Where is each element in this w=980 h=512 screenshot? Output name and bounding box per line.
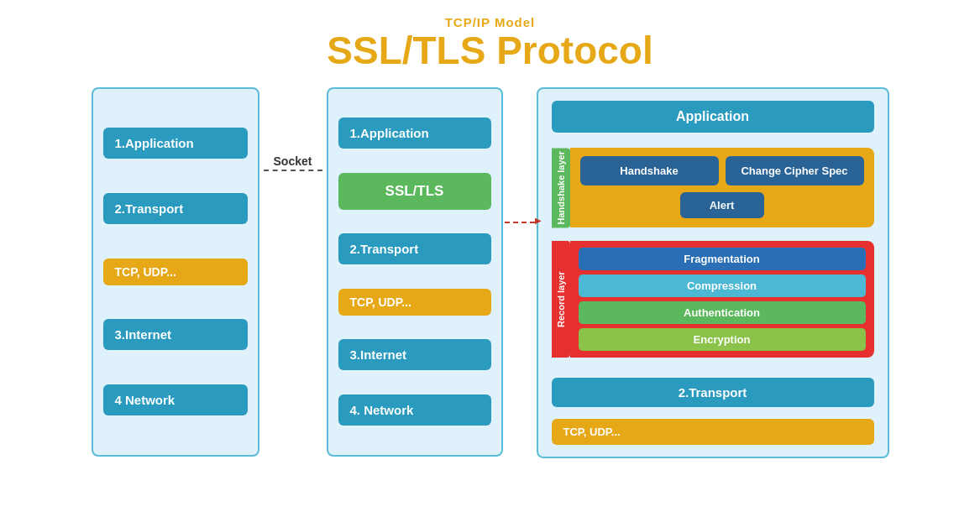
dashed-arrow-icon xyxy=(505,222,535,223)
record-content: Fragmentation Compression Authentication… xyxy=(570,241,874,358)
right-panel: Application Handshake layer Handshake Ch… xyxy=(537,87,889,458)
right-tcp-box: TCP, UDP... xyxy=(552,419,874,445)
auth-bar: Authentication xyxy=(579,301,866,324)
main-title: SSL/TLS Protocol xyxy=(327,29,652,72)
socket-line xyxy=(264,170,322,171)
left-panel: 1.Application 2.Transport TCP, UDP... 3.… xyxy=(92,87,259,457)
arrow-mid-right xyxy=(503,222,537,223)
mid-tcp: TCP, UDP... xyxy=(338,289,491,316)
title-area: TCP/IP Model SSL/TLS Protocol xyxy=(327,15,652,72)
record-layer-label: Record layer xyxy=(552,241,570,358)
socket-label: Socket xyxy=(274,154,312,168)
subtitle: TCP/IP Model xyxy=(327,15,652,29)
mid-ssl: SSL/TLS xyxy=(338,173,491,210)
mid-layer-2: 2.Transport xyxy=(338,233,491,264)
right-app-box: Application xyxy=(552,101,874,133)
frag-bar: Fragmentation xyxy=(579,248,866,270)
handshake-content: Handshake Change Cipher Spec Alert xyxy=(570,148,874,227)
handshake-layer-label: Handshake layer xyxy=(552,148,570,227)
enc-bar: Encryption xyxy=(579,328,866,351)
left-layer-1: 1.Application xyxy=(103,128,248,159)
record-layer-container: Record layer Fragmentation Compression A… xyxy=(552,241,874,358)
mid-panel: 1.Application SSL/TLS 2.Transport TCP, U… xyxy=(327,87,503,457)
mid-layer-3: 3.Internet xyxy=(338,339,491,370)
right-transport-box: 2.Transport xyxy=(552,378,874,407)
handshake-box: Handshake xyxy=(580,156,719,185)
comp-bar: Compression xyxy=(579,274,866,297)
left-layer-4: 4 Network xyxy=(103,384,248,415)
mid-layer-4: 4. Network xyxy=(338,394,491,426)
left-layer-3: 3.Internet xyxy=(103,319,248,350)
hs-top-row: Handshake Change Cipher Spec xyxy=(580,156,864,185)
cipher-spec-box: Change Cipher Spec xyxy=(726,156,864,185)
mid-layer-1: 1.Application xyxy=(338,118,491,149)
left-layer-2: 2.Transport xyxy=(103,193,248,224)
socket-connector: Socket xyxy=(259,154,327,171)
handshake-layer-container: Handshake layer Handshake Change Cipher … xyxy=(552,148,874,227)
alert-box: Alert xyxy=(680,192,764,218)
left-tcp: TCP, UDP... xyxy=(103,259,248,285)
diagrams-row: 1.Application 2.Transport TCP, UDP... 3.… xyxy=(8,87,972,458)
